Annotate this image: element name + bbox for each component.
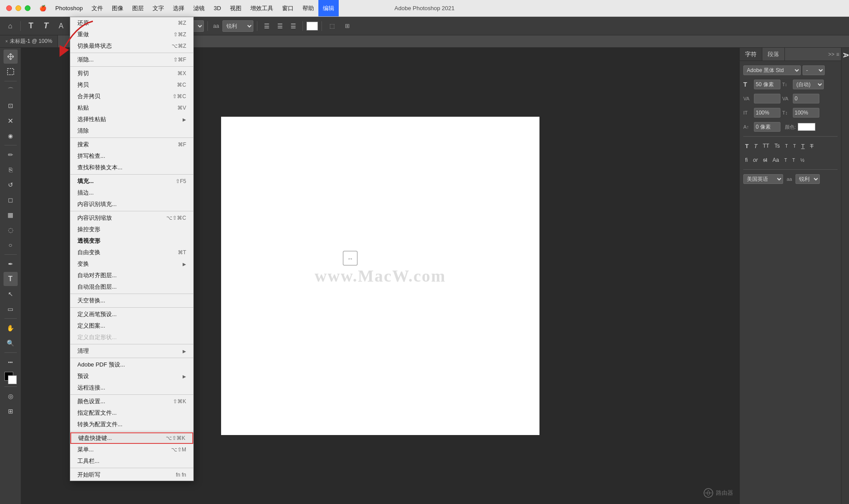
extra-tools[interactable]: ••• <box>4 355 18 369</box>
menu-item-sky_replace[interactable]: 天空替换... <box>70 295 193 306</box>
frac-T2[interactable]: T <box>791 157 797 164</box>
menu-item-auto_align[interactable]: 自动对齐图层... <box>70 270 193 281</box>
panel-baseline-input[interactable] <box>754 122 780 132</box>
menu-item-copy_merged[interactable]: 合并拷贝⇧⌘C <box>70 91 193 102</box>
hand-tool[interactable]: ✋ <box>4 321 18 335</box>
shape-tool[interactable]: ▭ <box>4 302 18 316</box>
panel-menu-btn[interactable]: ≡ <box>836 51 839 57</box>
panel-font-style[interactable]: - <box>803 65 825 75</box>
anti-alias-select[interactable]: 锐利 <box>222 20 253 32</box>
menu-edit[interactable]: 编辑 <box>318 0 339 16</box>
menu-item-presets[interactable]: 预设▶ <box>70 370 193 382</box>
style-bold[interactable]: T <box>743 142 750 150</box>
panel-aa-method-select[interactable]: 锐利 <box>795 174 820 184</box>
tab-close-button[interactable]: × <box>5 39 8 44</box>
menu-enhance[interactable]: 增效工具 <box>246 0 278 16</box>
menu-window[interactable]: 窗口 <box>278 0 298 16</box>
menu-item-keyboard_shortcuts[interactable]: 键盘快捷键...⌥⇧⌘K <box>70 432 193 444</box>
liga-fi[interactable]: fi <box>743 156 750 164</box>
menu-apple[interactable]: 🍎 <box>35 0 51 16</box>
align-right-button[interactable]: ☰ <box>287 20 299 32</box>
menu-filter[interactable]: 滤镜 <box>189 0 209 16</box>
menu-item-search[interactable]: 搜索⌘F <box>70 139 193 150</box>
frac-Aa[interactable]: Aa <box>771 156 781 164</box>
menu-item-undo[interactable]: 还原⌘Z <box>70 17 193 29</box>
tab-paragraph[interactable]: 段落 <box>762 48 785 61</box>
tab-character[interactable]: 字符 <box>740 48 762 61</box>
style-italic[interactable]: T <box>752 142 759 150</box>
screen-mode[interactable]: ⊞ <box>4 404 18 418</box>
move-tool[interactable] <box>4 50 18 64</box>
crop-tool[interactable]: ⊡ <box>4 99 18 113</box>
panel-tracking-input[interactable] <box>793 94 819 103</box>
selection-tool[interactable] <box>4 65 18 79</box>
history-brush[interactable]: ↺ <box>4 178 18 192</box>
lasso-tool[interactable]: ⌒ <box>4 84 18 98</box>
menu-item-perspective_warp[interactable]: 透视变形 <box>70 235 193 247</box>
menu-item-spellcheck[interactable]: 拼写检查... <box>70 150 193 162</box>
menu-item-assign_profile[interactable]: 指定配置文件... <box>70 407 193 419</box>
menu-item-findreplace[interactable]: 查找和替换文本... <box>70 162 193 173</box>
close-button[interactable] <box>6 5 12 11</box>
menu-help[interactable]: 帮助 <box>298 0 318 16</box>
eyedropper-tool[interactable]: ✕ <box>4 114 18 128</box>
home-button[interactable]: ⌂ <box>4 19 17 33</box>
menu-item-content_scale[interactable]: 内容识别缩放⌥⇧⌘C <box>70 212 193 224</box>
style-allcaps[interactable]: TT <box>761 142 771 150</box>
style-smallcaps[interactable]: Ts <box>773 142 782 150</box>
liga-or[interactable]: or <box>751 156 760 164</box>
menu-layer[interactable]: 图层 <box>128 0 148 16</box>
warp-text-button[interactable]: ⬚ <box>325 19 339 33</box>
quick-mask[interactable]: ◎ <box>4 389 18 403</box>
menu-item-clear[interactable]: 清除 <box>70 125 193 137</box>
align-center-button[interactable]: ☰ <box>274 20 286 32</box>
menu-select[interactable]: 选择 <box>168 0 189 16</box>
style-underline[interactable]: T <box>799 142 807 150</box>
style-sub[interactable]: T <box>792 143 798 149</box>
style-strikethrough[interactable]: T <box>808 142 815 150</box>
menu-item-convert_profile[interactable]: 转换为配置文件... <box>70 419 193 430</box>
menu-item-stroke[interactable]: 描边... <box>70 187 193 199</box>
menu-item-cut[interactable]: 剪切⌘X <box>70 68 193 79</box>
strip-btn-aa[interactable]: A <box>842 52 849 58</box>
menu-item-paste[interactable]: 粘贴⌘V <box>70 102 193 114</box>
panel-hscale-input[interactable] <box>754 108 780 118</box>
document-tab[interactable]: × 未标题-1 @ 100% <box>0 35 58 47</box>
zoom-tool[interactable]: 🔍 <box>4 336 18 350</box>
menu-item-fade[interactable]: 渐隐...⇧⌘F <box>70 54 193 65</box>
panel-expand-btn[interactable]: >> <box>828 51 834 57</box>
text-tool-T[interactable]: T <box>24 19 38 33</box>
menu-item-define_pattern[interactable]: 定义图案... <box>70 320 193 332</box>
menu-item-menus[interactable]: 菜单...⌥⇧M <box>70 444 193 455</box>
char-para-panel-button[interactable]: ⊞ <box>340 19 354 33</box>
menu-view[interactable]: 视图 <box>226 0 246 16</box>
text-tool-other[interactable]: A <box>54 19 68 33</box>
brush-tool[interactable]: ✏ <box>4 148 18 162</box>
panel-language-select[interactable]: 美国英语 <box>743 174 783 184</box>
menu-item-transform[interactable]: 变换▶ <box>70 258 193 270</box>
menu-image[interactable]: 图像 <box>107 0 128 16</box>
panel-font-family[interactable]: Adobe 黑体 Std <box>743 65 801 75</box>
menu-item-start_dictation[interactable]: 开始听写fn fn <box>70 469 193 481</box>
style-super[interactable]: T <box>784 143 790 149</box>
background-color[interactable] <box>8 375 17 384</box>
liga-st[interactable]: st <box>761 156 769 164</box>
menu-3d[interactable]: 3D <box>209 0 226 16</box>
path-select[interactable]: ↖ <box>4 287 18 301</box>
menu-file[interactable]: 文件 <box>87 0 107 16</box>
menu-item-copy[interactable]: 拷贝⌘C <box>70 79 193 91</box>
menu-item-remote[interactable]: 远程连接... <box>70 382 193 393</box>
menu-item-toolbar[interactable]: 工具栏... <box>70 455 193 467</box>
heal-tool[interactable]: ◉ <box>4 129 18 143</box>
frac-half[interactable]: ½ <box>799 157 806 164</box>
panel-leading-select[interactable]: (自动) <box>793 80 824 89</box>
align-left-button[interactable]: ☰ <box>261 20 272 32</box>
maximize-button[interactable] <box>25 5 31 11</box>
menu-item-define_brush[interactable]: 定义画笔预设... <box>70 309 193 320</box>
menu-item-redo[interactable]: 重做⇧⌘Z <box>70 29 193 40</box>
menu-item-purge[interactable]: 清理▶ <box>70 345 193 357</box>
text-color-swatch[interactable] <box>306 22 318 31</box>
menu-item-free_transform[interactable]: 自由变换⌘T <box>70 247 193 258</box>
pen-tool[interactable]: ✒ <box>4 257 18 271</box>
text-tool-italic[interactable]: T <box>39 19 53 33</box>
